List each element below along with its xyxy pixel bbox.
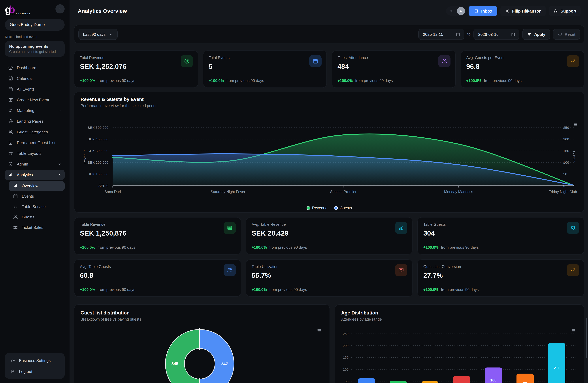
sidebar-item-analytics[interactable]: Analytics	[5, 170, 65, 180]
sidebar-item-label: Events	[22, 194, 34, 199]
users-icon	[441, 58, 447, 64]
svg-text:50: 50	[345, 379, 349, 383]
revenue-guests-chart-card: Revenue & Guests by Event Performance ov…	[74, 92, 584, 213]
kpi-delta-note: from previous 90 days	[441, 245, 479, 250]
date-to-input[interactable]	[478, 32, 506, 37]
kpi-delta: +100.0%	[80, 245, 95, 250]
page-header: Analytics Overview Inbox Filip Håkanson	[70, 0, 588, 20]
sidebar-item-overview[interactable]: Overview	[9, 181, 65, 191]
age-distribution-bar-chart: 501001502002506252507210882211	[335, 305, 584, 383]
logout-button[interactable]: Log out	[7, 366, 62, 377]
inbox-button[interactable]: Inbox	[469, 6, 497, 16]
sidebar-item-ticket-sales[interactable]: Ticket Sales	[9, 223, 65, 232]
sidebar-item-label: Overview	[22, 184, 38, 188]
sidebar-item-dashboard[interactable]: Dashboard	[5, 63, 65, 73]
bar-chart-icon	[13, 183, 18, 189]
date-from-field[interactable]	[418, 29, 464, 40]
sidebar-item-table-layouts[interactable]: Table Layouts	[5, 148, 65, 158]
inbox-label: Inbox	[481, 9, 492, 13]
legend-dot	[334, 206, 338, 210]
svg-text:82: 82	[523, 381, 527, 383]
date-to-field[interactable]	[474, 29, 520, 40]
scrollbar-thumb[interactable]	[586, 318, 588, 358]
globe-icon	[8, 118, 13, 124]
edit-icon	[8, 97, 13, 102]
analytics-subnav: Overview Events Table Service Guests Tic…	[9, 181, 65, 232]
filter-icon	[527, 32, 532, 37]
kpi-delta: +100.0%	[209, 79, 224, 83]
trend-up-icon	[570, 58, 576, 64]
sidebar-collapse-button[interactable]	[55, 4, 65, 14]
sidebar-item-guests[interactable]: Guests	[9, 212, 65, 222]
chart-menu-icon[interactable]	[573, 122, 578, 127]
sidebar-item-guest-categories[interactable]: Guest Categories	[5, 127, 65, 137]
date-range-label: Last 90 days	[83, 32, 105, 37]
svg-text:Revenue: Revenue	[83, 150, 87, 164]
chevron-down-icon	[108, 32, 113, 37]
kpi-value: 60.8	[80, 272, 235, 280]
moon-icon	[459, 9, 463, 13]
filter-controls: to Apply Reset	[418, 29, 580, 40]
sidebar-top: g b GUESTBUDDY	[5, 4, 65, 15]
user-name: Filip Håkanson	[512, 9, 542, 13]
kpi-total-revenue: Total Revenue SEK 1,252,076 +100.0%from …	[74, 51, 198, 88]
sidebar-item-landing-pages[interactable]: Landing Pages	[5, 116, 65, 126]
kpi-delta: +100.0%	[466, 79, 482, 83]
kpi-value: 96.8	[466, 63, 579, 71]
chart-menu-icon[interactable]	[317, 328, 322, 333]
legend-item-revenue[interactable]: Revenue	[307, 206, 327, 210]
sidebar-footer: Business Settings Log out	[5, 353, 65, 379]
sidebar-item-table-service[interactable]: Table Service	[9, 202, 65, 211]
svg-text:250: 250	[563, 126, 569, 130]
date-from-input[interactable]	[422, 32, 450, 37]
svg-text:250: 250	[343, 332, 349, 336]
sidebar-item-all-events[interactable]: All Events	[5, 84, 65, 94]
sidebar-item-create-new-event[interactable]: Create New Event	[5, 95, 65, 105]
sidebar-item-admin[interactable]: Admin	[5, 159, 65, 169]
sidebar-item-calendar[interactable]: Calendar	[5, 73, 65, 83]
kpi-icon-tile	[223, 264, 236, 276]
apply-button[interactable]: Apply	[523, 29, 550, 40]
gear-icon	[505, 9, 510, 14]
kpi-guest-attendance: Guest Attendance 484 +100.0%from previou…	[332, 51, 456, 88]
svg-text:SEK 200,000: SEK 200,000	[88, 160, 108, 164]
guest-list-donut-chart: 347345	[74, 305, 330, 383]
workspace-selector[interactable]: GuestBuddy Demo	[5, 19, 65, 30]
user-menu-button[interactable]: Filip Håkanson	[500, 6, 546, 16]
business-settings-button[interactable]: Business Settings	[7, 355, 62, 366]
gear-icon	[10, 358, 15, 363]
sidebar-item-label: Create New Event	[17, 97, 49, 102]
svg-text:200: 200	[563, 137, 569, 141]
kpi-label: Table Revenue	[80, 222, 235, 227]
sidebar-item-marketing[interactable]: Marketing	[5, 105, 65, 115]
sidebar-item-events[interactable]: Events	[9, 191, 65, 201]
sidebar-item-label: All Events	[17, 87, 35, 91]
sidebar-item-permanent-guest-list[interactable]: Permanent Guest List	[5, 137, 65, 148]
kpi-delta: +100.0%	[252, 245, 267, 250]
kpi-delta-note: from previous 90 days	[269, 287, 307, 292]
analytics-dashboard: g b GUESTBUDDY GuestBuddy Demo Next sche…	[0, 0, 588, 383]
kpi-label: Guest List Conversion	[423, 265, 579, 269]
next-event-label: Next scheduled event	[5, 35, 65, 38]
svg-text:Friday Night Club: Friday Night Club	[549, 190, 577, 194]
reset-button[interactable]: Reset	[553, 29, 580, 40]
sidebar-item-label: Landing Pages	[17, 119, 43, 123]
age-distribution-card: Age Distribution Attendees by age range …	[335, 304, 584, 383]
kpi-label: Avg. Table Revenue	[252, 222, 407, 227]
theme-toggle[interactable]	[446, 6, 465, 16]
sidebar-item-label: Admin	[17, 162, 28, 166]
legend-item-guests[interactable]: Guests	[334, 206, 352, 210]
svg-text:211: 211	[554, 366, 560, 370]
users-icon	[570, 225, 576, 231]
sidebar-item-label: Marketing	[17, 108, 34, 113]
no-events-subtitle: Create an event to get started	[9, 50, 60, 53]
kpi-avg-guests-per-event: Avg. Guests per Event 96.8 +100.0%from p…	[461, 51, 584, 88]
svg-text:100: 100	[343, 367, 349, 371]
chart-menu-icon[interactable]	[571, 328, 576, 333]
support-button[interactable]: Support	[549, 6, 581, 16]
bar-chart-icon	[8, 172, 13, 177]
date-range-dropdown[interactable]: Last 90 days	[78, 29, 117, 40]
bar-chart-icon	[398, 225, 404, 231]
sidebar-item-label: Table Layouts	[17, 151, 41, 155]
kpi-guest-list-conversion: Guest List Conversion 27.7% +100.0%from …	[418, 259, 584, 297]
